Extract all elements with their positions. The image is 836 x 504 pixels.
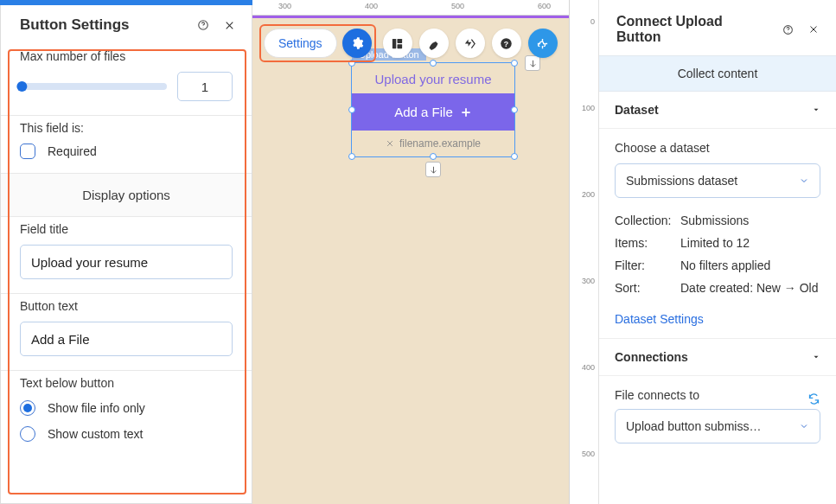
sort-value: Date created: New → Old	[680, 281, 820, 295]
chevron-down-icon	[812, 353, 820, 361]
resize-handle[interactable]	[511, 106, 518, 113]
button-text-section: Button text Add a File	[1, 293, 252, 370]
max-files-section: Max number of files 1	[1, 46, 252, 115]
dataset-dropdown[interactable]: Submissions dataset	[615, 163, 820, 198]
plus-icon	[460, 106, 472, 118]
help-icon[interactable]	[781, 22, 795, 36]
file-connects-dropdown[interactable]: Upload button submiss…	[615, 409, 820, 443]
svg-point-8	[788, 31, 788, 32]
connections-body: File connects to Upload button submiss…	[599, 376, 836, 456]
radio-file-info[interactable]	[20, 400, 35, 416]
svg-rect-3	[398, 38, 403, 42]
svg-rect-4	[398, 44, 403, 48]
design-icon[interactable]	[419, 29, 449, 58]
sync-icon[interactable]	[807, 392, 820, 405]
svg-text:?: ?	[504, 39, 508, 48]
resize-handle[interactable]	[348, 153, 355, 160]
connect-data-icon[interactable]	[528, 29, 558, 58]
ruler-horizontal: 300 400 500 600	[252, 0, 598, 16]
ruler-tick: 500	[451, 2, 464, 10]
button-text-label: Button text	[20, 299, 233, 313]
editor-canvas[interactable]: 300 400 500 600 0 100 200 300 400 500 Se…	[252, 0, 598, 504]
filename-text: filename.example	[399, 137, 481, 150]
radio-file-info-label: Show file info only	[48, 401, 145, 415]
max-files-label: Max number of files	[20, 49, 233, 63]
connections-accordion[interactable]: Connections	[599, 338, 836, 376]
dataset-body: Choose a dataset Submissions dataset Col…	[599, 129, 836, 338]
text-below-label: Text below button	[20, 376, 233, 390]
sort-key: Sort:	[615, 281, 680, 295]
stretch-handle-bottom-icon[interactable]	[425, 162, 441, 177]
field-title-section: Field title Upload your resume	[1, 216, 252, 293]
connections-accordion-label: Connections	[615, 350, 812, 364]
filter-key: Filter:	[615, 258, 680, 272]
slider-thumb-icon[interactable]	[16, 81, 27, 92]
ruler-tick: 300	[582, 277, 595, 285]
this-field-is-label: This field is:	[20, 121, 233, 135]
ruler-tick: 600	[538, 2, 551, 10]
help-icon[interactable]	[196, 18, 210, 32]
collection-key: Collection:	[615, 214, 680, 227]
dataset-accordion-label: Dataset	[615, 103, 812, 117]
ruler-tick: 400	[365, 2, 378, 10]
animation-icon[interactable]	[456, 29, 485, 58]
collection-value: Submissions	[680, 214, 820, 227]
radio-custom-text[interactable]	[20, 426, 35, 442]
close-icon[interactable]	[222, 18, 236, 32]
layout-icon[interactable]	[383, 29, 412, 58]
ruler-tick: 0	[590, 17, 595, 26]
radio-custom-text-label: Show custom text	[48, 427, 144, 441]
max-files-input[interactable]: 1	[177, 72, 233, 101]
filter-value: No filters applied	[680, 258, 820, 272]
resize-handle[interactable]	[348, 106, 355, 113]
panel-header: Button Settings	[1, 1, 252, 46]
ruler-tick: 400	[582, 363, 595, 372]
resize-handle[interactable]	[430, 153, 437, 160]
svg-point-1	[203, 27, 204, 28]
settings-button[interactable]: Settings	[264, 29, 337, 58]
required-checkbox[interactable]	[20, 144, 35, 159]
chevron-down-icon	[799, 421, 809, 431]
element-toolbar: Settings ?	[259, 24, 558, 62]
dataset-settings-link[interactable]: Dataset Settings	[615, 312, 704, 326]
field-title-input[interactable]: Upload your resume	[20, 245, 233, 279]
upload-button-element[interactable]: Upload Button Upload your resume Add a F…	[351, 62, 515, 157]
file-connects-value: Upload button submiss…	[626, 419, 799, 433]
required-label: Required	[48, 144, 97, 158]
panel-title: Button Settings	[20, 16, 184, 34]
button-text-input[interactable]: Add a File	[20, 322, 233, 356]
dataset-accordion[interactable]: Dataset	[599, 92, 836, 129]
add-file-button[interactable]: Add a File	[352, 93, 514, 131]
choose-dataset-label: Choose a dataset	[615, 141, 820, 155]
ruler-tick: 100	[582, 104, 595, 112]
toolbar-highlight: Settings	[259, 24, 376, 62]
connect-panel-title: Connect Upload Button	[616, 14, 769, 45]
max-files-slider[interactable]	[20, 83, 167, 90]
add-file-label: Add a File	[394, 105, 453, 119]
connect-panel: Connect Upload Button Collect content Da…	[598, 0, 836, 504]
dataset-dropdown-value: Submissions dataset	[626, 174, 799, 188]
upload-title: Upload your resume	[352, 63, 514, 93]
gear-icon[interactable]	[342, 29, 372, 58]
required-section: This field is: Required	[1, 115, 252, 173]
close-icon[interactable]	[807, 22, 820, 36]
text-below-section: Text below button Show file info only Sh…	[1, 370, 252, 459]
ruler-vertical: 0 100 200 300 400 500	[569, 0, 598, 504]
help-circle-icon[interactable]: ?	[492, 29, 521, 58]
collect-content-tab[interactable]: Collect content	[599, 55, 836, 92]
display-options-header: Display options	[1, 173, 252, 216]
svg-rect-2	[392, 38, 396, 48]
ruler-tick: 200	[582, 190, 595, 199]
ruler-tick: 300	[278, 2, 291, 10]
file-connects-label: File connects to	[615, 388, 807, 402]
resize-handle[interactable]	[511, 153, 518, 160]
items-key: Items:	[615, 236, 680, 250]
button-settings-panel: Button Settings Max number of files 1 Th…	[0, 0, 252, 504]
ruler-tick: 500	[582, 450, 595, 458]
connect-panel-header: Connect Upload Button	[599, 0, 836, 55]
chevron-down-icon	[799, 175, 809, 186]
chevron-down-icon	[812, 105, 820, 114]
items-value: Limited to 12	[680, 236, 820, 250]
remove-file-icon[interactable]	[386, 139, 394, 148]
top-accent-bar	[0, 0, 252, 5]
